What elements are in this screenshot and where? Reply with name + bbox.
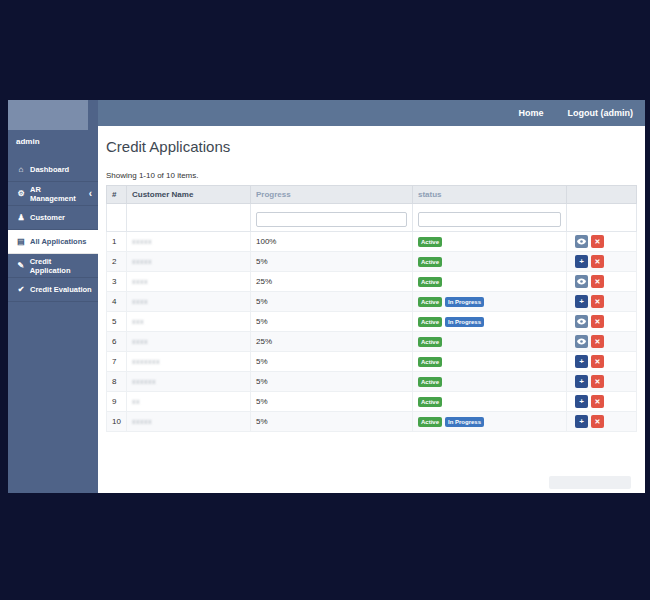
sidebar-item-label: All Applications [30, 237, 86, 246]
page-title: Credit Applications [106, 138, 637, 155]
row-number: 6 [107, 332, 127, 352]
sidebar-item-label: Dashboard [30, 165, 69, 174]
pagination-placeholder [549, 476, 631, 489]
plus-icon: + [579, 378, 584, 386]
x-icon: ✕ [595, 238, 601, 245]
status-cell: Active [413, 352, 567, 372]
table-row: 2xxxxx5%Active+✕ [107, 252, 637, 272]
filter-cell-progress [251, 204, 413, 232]
delete-button[interactable]: ✕ [591, 255, 604, 268]
table-row: 9xx5%Active+✕ [107, 392, 637, 412]
view-button[interactable] [575, 315, 588, 328]
x-icon: ✕ [595, 358, 601, 365]
customer-name-redacted: xxxx [132, 278, 148, 285]
actions-cell: ✕ [567, 232, 637, 252]
customer-name-redacted: xxxxx [132, 238, 152, 245]
x-icon: ✕ [595, 258, 601, 265]
status-cell: Active [413, 272, 567, 292]
sidebar-item-credit-evaluation[interactable]: ✔Credit Evaluation [8, 278, 98, 302]
add-button[interactable]: + [575, 355, 588, 368]
view-button[interactable] [575, 235, 588, 248]
actions-cell: +✕ [567, 352, 637, 372]
delete-button[interactable]: ✕ [591, 275, 604, 288]
eye-icon [577, 278, 586, 285]
column-header-actions [567, 186, 637, 204]
sidebar-item-all-applications[interactable]: ▤All Applications [8, 230, 98, 254]
plus-icon: + [579, 398, 584, 406]
row-number: 4 [107, 292, 127, 312]
customer-name-cell: xxxxxx [127, 372, 251, 392]
filter-row [107, 204, 637, 232]
delete-button[interactable]: ✕ [591, 295, 604, 308]
add-button[interactable]: + [575, 295, 588, 308]
home-link[interactable]: Home [519, 108, 544, 118]
row-number: 8 [107, 372, 127, 392]
actions-cell: +✕ [567, 292, 637, 312]
in-progress-badge: In Progress [445, 417, 484, 427]
status-cell: Active [413, 232, 567, 252]
table-body: 1xxxxx100%Active✕2xxxxx5%Active+✕3xxxx25… [107, 232, 637, 432]
customer-name-cell: xxxx [127, 272, 251, 292]
add-button[interactable]: + [575, 255, 588, 268]
active-badge: Active [418, 297, 442, 307]
progress-value: 25% [251, 332, 413, 352]
app-window: admin ⌂Dashboard⚙AR Management‹♟Customer… [8, 100, 645, 493]
sidebar-item-credit-application[interactable]: ✎Credit Application [8, 254, 98, 278]
customer-name-redacted: xxxxxx [132, 378, 156, 385]
status-cell: Active [413, 372, 567, 392]
avatar [8, 100, 88, 130]
table-row: 8xxxxxx5%Active+✕ [107, 372, 637, 392]
x-icon: ✕ [595, 298, 601, 305]
file-icon: ✎ [16, 261, 26, 270]
row-number: 1 [107, 232, 127, 252]
delete-button[interactable]: ✕ [591, 355, 604, 368]
filter-cell-customer-name [127, 204, 251, 232]
row-number: 5 [107, 312, 127, 332]
view-button[interactable] [575, 275, 588, 288]
delete-button[interactable]: ✕ [591, 415, 604, 428]
delete-button[interactable]: ✕ [591, 395, 604, 408]
plus-icon: + [579, 358, 584, 366]
progress-value: 5% [251, 412, 413, 432]
column-header-status[interactable]: status [413, 186, 567, 204]
customer-name-cell: xxxxxxx [127, 352, 251, 372]
add-button[interactable]: + [575, 415, 588, 428]
status-filter-input[interactable] [418, 212, 561, 227]
actions-cell: ✕ [567, 332, 637, 352]
add-button[interactable]: + [575, 375, 588, 388]
x-icon: ✕ [595, 338, 601, 345]
customer-name-redacted: xxxxxxx [132, 358, 160, 365]
actions-cell: +✕ [567, 372, 637, 392]
row-number: 2 [107, 252, 127, 272]
delete-button[interactable]: ✕ [591, 335, 604, 348]
delete-button[interactable]: ✕ [591, 315, 604, 328]
delete-button[interactable]: ✕ [591, 375, 604, 388]
sidebar-item-customer[interactable]: ♟Customer [8, 206, 98, 230]
plus-icon: + [579, 298, 584, 306]
row-number: 3 [107, 272, 127, 292]
actions-cell: +✕ [567, 392, 637, 412]
customer-name-redacted: xxx [132, 318, 144, 325]
list-icon: ▤ [16, 237, 26, 246]
customer-name-cell: xxxxx [127, 252, 251, 272]
plus-icon: + [579, 258, 584, 266]
column-header-progress[interactable]: Progress [251, 186, 413, 204]
add-button[interactable]: + [575, 395, 588, 408]
sidebar-item-ar-management[interactable]: ⚙AR Management‹ [8, 182, 98, 206]
sidebar-menu: ⌂Dashboard⚙AR Management‹♟Customer▤All A… [8, 158, 98, 302]
actions-cell: +✕ [567, 412, 637, 432]
active-badge: Active [418, 317, 442, 327]
progress-filter-input[interactable] [256, 212, 407, 227]
filter-cell-actions [567, 204, 637, 232]
sidebar-item-dashboard[interactable]: ⌂Dashboard [8, 158, 98, 182]
filter-cell-number [107, 204, 127, 232]
table-row: 7xxxxxxx5%Active+✕ [107, 352, 637, 372]
view-button[interactable] [575, 335, 588, 348]
delete-button[interactable]: ✕ [591, 235, 604, 248]
customer-name-redacted: xxxx [132, 338, 148, 345]
sidebar-item-label: Credit Evaluation [30, 285, 92, 294]
actions-cell: ✕ [567, 312, 637, 332]
customer-name-cell: xxx [127, 312, 251, 332]
row-number: 7 [107, 352, 127, 372]
logout-link[interactable]: Logout (admin) [568, 108, 633, 118]
